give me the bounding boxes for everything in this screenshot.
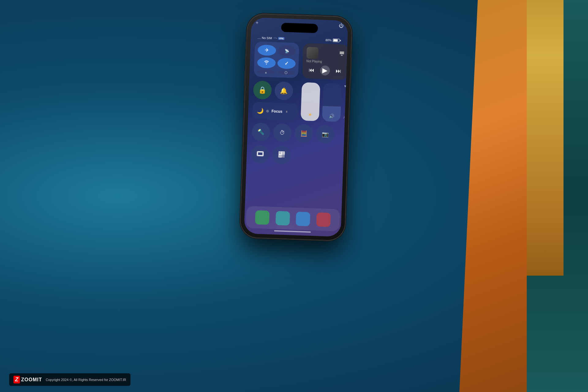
phone-screen: + ⏻ .... No SIM ⋅⋅⋅ VPN 80% bbox=[244, 17, 348, 237]
battery-percent: 80% bbox=[326, 38, 332, 42]
focus-indicator: ⏸ bbox=[285, 110, 288, 113]
utility-row-2 bbox=[251, 145, 291, 165]
svg-rect-1 bbox=[258, 152, 263, 155]
copyright-text: Copyright 2024 ©, All Rights Reserved fo… bbox=[46, 378, 126, 382]
scene: + ⏻ .... No SIM ⋅⋅⋅ VPN 80% bbox=[0, 0, 588, 392]
svg-rect-11 bbox=[283, 156, 284, 157]
svg-rect-9 bbox=[284, 155, 285, 156]
flashlight-icon: 🔦 bbox=[258, 129, 265, 136]
status-left: .... No SIM ⋅⋅⋅ VPN bbox=[258, 35, 285, 40]
cellular-data-button[interactable]: ⬡ bbox=[277, 70, 295, 75]
airdrop-icon: ⟁ bbox=[265, 70, 267, 74]
battery-fill bbox=[334, 39, 338, 41]
orientation-lock-icon: 🔒 bbox=[258, 86, 267, 94]
row2-left: 🔒 🔔 bbox=[253, 81, 293, 100]
camera-button[interactable]: 📷 bbox=[316, 125, 335, 144]
wifi-button[interactable] bbox=[257, 57, 276, 68]
cellular-button[interactable]: 📡 bbox=[277, 45, 296, 57]
do-not-disturb-button[interactable]: 🔔 bbox=[274, 81, 293, 100]
svg-rect-3 bbox=[280, 152, 281, 153]
media-tile: Not Playing ⏮ ▶ ⏭ bbox=[302, 43, 348, 80]
status-right: 80% bbox=[326, 38, 341, 42]
brightness-fill bbox=[301, 101, 320, 121]
timer-icon: ⏱ bbox=[280, 130, 285, 136]
brightness-sun-icon: ☀ bbox=[308, 112, 312, 118]
control-center: ✈ 📡 ✓ bbox=[249, 41, 329, 205]
volume-icon: 🔊 bbox=[329, 114, 334, 119]
power-icon[interactable]: ⏻ bbox=[339, 23, 344, 29]
cellular-icon: 📡 bbox=[285, 49, 289, 53]
svg-rect-10 bbox=[282, 156, 283, 157]
timer-button[interactable]: ⏱ bbox=[273, 123, 292, 142]
qr-icon bbox=[278, 151, 285, 159]
volume-down-button[interactable] bbox=[244, 70, 246, 85]
orientation-lock-button[interactable]: 🔒 bbox=[253, 81, 272, 100]
brightness-slider[interactable]: ☀ bbox=[301, 82, 320, 121]
svg-rect-7 bbox=[279, 155, 281, 156]
watermark-logo: Z ZOOMIT bbox=[13, 376, 42, 383]
utility-row-1: 🔦 ⏱ 🧮 📷 bbox=[251, 123, 335, 144]
bell-icon: 🔔 bbox=[280, 87, 288, 95]
flashlight-button[interactable]: 🔦 bbox=[251, 123, 270, 141]
media-thumbnail bbox=[307, 47, 318, 59]
plus-icon[interactable]: + bbox=[255, 20, 258, 25]
qr-scanner-button[interactable] bbox=[272, 145, 291, 164]
not-playing-text: Not Playing bbox=[306, 59, 344, 65]
bluetooth-icon: ✓ bbox=[284, 61, 288, 66]
airplay-icon[interactable] bbox=[339, 51, 345, 58]
focus-sub-icon: ⊕ bbox=[266, 109, 269, 113]
cellular-data-icon: ⬡ bbox=[285, 71, 288, 75]
media-top bbox=[307, 47, 345, 60]
power-button[interactable] bbox=[350, 57, 352, 78]
airplane-mode-button[interactable]: ✈ bbox=[258, 44, 276, 56]
phone-frame-wrapper: + ⏻ .... No SIM ⋅⋅⋅ VPN 80% bbox=[240, 13, 352, 240]
calculator-button[interactable]: 🧮 bbox=[294, 124, 313, 143]
svg-rect-8 bbox=[282, 155, 283, 156]
battery-body bbox=[333, 39, 340, 42]
battery-tip bbox=[340, 40, 341, 41]
silent-button[interactable] bbox=[245, 41, 247, 50]
airdrop-button[interactable]: ⟁ bbox=[257, 70, 275, 74]
connectivity-tile: ✈ 📡 ✓ bbox=[254, 41, 299, 78]
watermark: Z ZOOMIT Copyright 2024 ©, All Rights Re… bbox=[9, 373, 130, 386]
calculator-icon: 🧮 bbox=[300, 130, 307, 137]
phone-frame: + ⏻ .... No SIM ⋅⋅⋅ VPN 80% bbox=[240, 13, 352, 240]
heart-icon: ♥ bbox=[344, 84, 348, 89]
media-controls: ⏮ ▶ ⏭ bbox=[306, 65, 344, 76]
logo-z: Z bbox=[13, 376, 20, 383]
svg-rect-5 bbox=[283, 153, 284, 154]
screen-mirror-button[interactable] bbox=[251, 145, 270, 164]
screen-mirror-icon bbox=[256, 151, 264, 158]
logo-name: ZOOMIT bbox=[21, 377, 42, 383]
play-button[interactable]: ▶ bbox=[320, 66, 330, 76]
vpn-badge: VPN bbox=[278, 37, 285, 40]
carrier-text: .... No SIM bbox=[258, 36, 272, 40]
wifi-icon bbox=[263, 59, 270, 66]
rewind-button[interactable]: ⏮ bbox=[309, 67, 315, 74]
focus-moon-icon: 🌙 bbox=[257, 107, 264, 114]
volume-slider[interactable]: 🔊 bbox=[322, 83, 342, 122]
dock-music-app[interactable] bbox=[316, 213, 331, 227]
airplane-icon: ✈ bbox=[265, 47, 269, 53]
dock-phone-app[interactable] bbox=[255, 210, 270, 225]
dock-safari-app[interactable] bbox=[296, 212, 311, 226]
battery-icon bbox=[333, 39, 341, 42]
camera-icon: 📷 bbox=[322, 131, 329, 138]
music-note-icon: ♪ bbox=[343, 115, 345, 119]
forward-button[interactable]: ⏭ bbox=[336, 68, 341, 74]
volume-up-button[interactable] bbox=[245, 50, 247, 66]
dock-messages-app[interactable] bbox=[275, 211, 290, 226]
wifi-status-icon: ⋅⋅⋅ bbox=[273, 36, 277, 40]
dock-blur-area bbox=[244, 206, 342, 234]
focus-label: Focus bbox=[271, 109, 282, 114]
bluetooth-button[interactable]: ✓ bbox=[277, 58, 296, 69]
focus-tile[interactable]: 🌙 ⊕ Focus ⏸ bbox=[252, 102, 298, 120]
